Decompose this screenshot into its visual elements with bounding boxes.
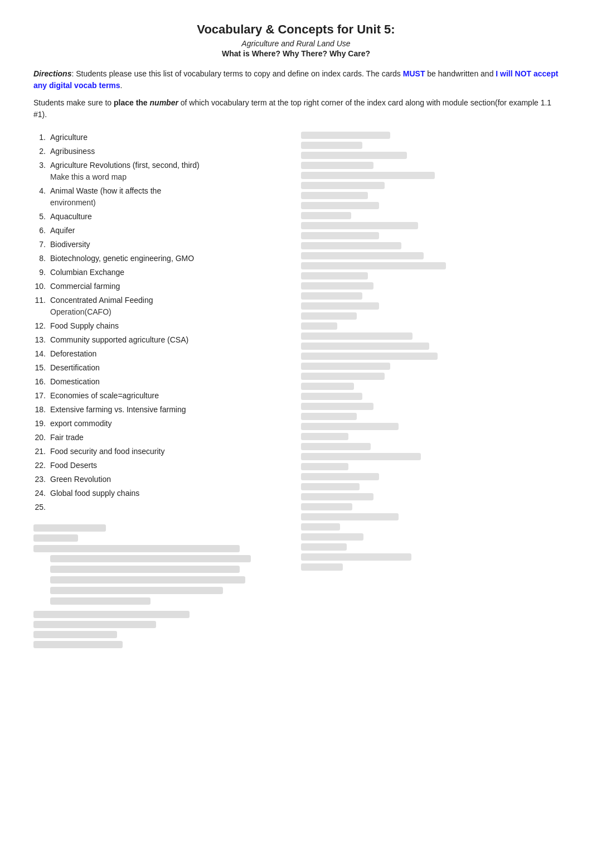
blurred-item <box>33 631 290 638</box>
blurred-item <box>33 534 290 542</box>
list-item: 7.Biodiversity <box>33 239 290 250</box>
list-item: 16.Domestication <box>33 376 290 388</box>
list-item: 1.Agriculture <box>33 132 290 143</box>
list-item: 17.Economies of scale=agriculture <box>33 390 290 402</box>
list-item: 3.Agriculture Revolutions (first, second… <box>33 160 290 183</box>
directions-label: Directions <box>33 69 71 78</box>
second-paragraph: Students make sure to place the number o… <box>33 97 559 120</box>
list-item: 14.Deforestation <box>33 348 290 360</box>
blurred-item <box>33 611 290 618</box>
list-item: 8.Biotechnology, genetic engineering, GM… <box>33 253 290 264</box>
directions-text2: be handwritten and <box>425 69 496 78</box>
vocab-list: 1.Agriculture 2.Agribusiness 3.Agricultu… <box>33 132 290 513</box>
list-item: 18.Extensive farming vs. Intensive farmi… <box>33 404 290 416</box>
blurred-item <box>33 545 290 552</box>
directions-text3: . <box>120 81 123 90</box>
list-item: 23.Green Revolution <box>33 474 290 485</box>
blurred-left-section <box>33 524 290 648</box>
directions-text1: : Students please use this list of vocab… <box>71 69 402 78</box>
list-item: 5.Aquaculture <box>33 211 290 223</box>
list-item: 22.Food Deserts <box>33 460 290 471</box>
list-item: 10.Commercial farming <box>33 281 290 292</box>
list-item: 12.Food Supply chains <box>33 320 290 332</box>
list-item: 6.Aquifer <box>33 225 290 237</box>
list-item: 24.Global food supply chains <box>33 488 290 499</box>
page-title: Vocabulary & Concepts for Unit 5: <box>33 22 559 37</box>
list-item: 4.Animal Waste (how it affects theenviro… <box>33 185 290 209</box>
list-item: 11.Concentrated Animal FeedingOperation(… <box>33 295 290 318</box>
list-item: 2.Agribusiness <box>33 146 290 157</box>
blurred-item <box>33 641 290 648</box>
list-item: 9.Columbian Exchange <box>33 267 290 278</box>
subtitle-bold: What is Where? Why There? Why Care? <box>33 49 559 58</box>
vocab-list-container: 1.Agriculture 2.Agribusiness 3.Agricultu… <box>33 132 290 651</box>
blurred-item <box>33 621 290 628</box>
list-item: 21.Food security and food insecurity <box>33 446 290 457</box>
list-item: 20.Fair trade <box>33 432 290 443</box>
must-text: MUST <box>403 69 425 78</box>
directions-block: Directions: Students please use this lis… <box>33 68 559 91</box>
list-item: 19.export commodity <box>33 418 290 430</box>
list-item: 25. <box>33 501 290 513</box>
subtitle-italic: Agriculture and Rural Land Use <box>33 39 559 48</box>
list-item: 13.Community supported agriculture (CSA) <box>33 334 290 346</box>
list-item: 15.Desertification <box>33 362 290 374</box>
blurred-item <box>33 524 290 532</box>
right-column-blurred <box>301 132 559 573</box>
